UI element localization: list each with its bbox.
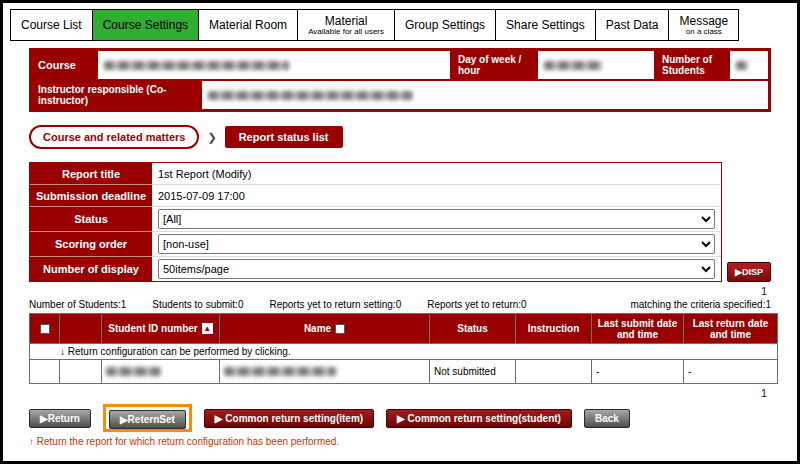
number-of-display-label: Number of display bbox=[30, 257, 152, 281]
last-submit-header: Last submit date and time bbox=[592, 314, 684, 344]
row-name-cell bbox=[220, 360, 430, 384]
status-select[interactable]: [All] bbox=[158, 209, 715, 229]
chevron-right-icon: ❯ bbox=[207, 131, 216, 144]
footer-button-row: ▶Return ▶ReternSet ▶ Common return setti… bbox=[29, 404, 771, 432]
tab-label: Past Data bbox=[606, 18, 659, 32]
submission-deadline-label: Submission deadline bbox=[30, 185, 152, 207]
name-header-checkbox-icon[interactable] bbox=[335, 324, 345, 334]
tab-label: Message bbox=[679, 14, 728, 28]
select-all-checkbox[interactable] bbox=[40, 324, 50, 334]
number-of-display-cell: 50items/page bbox=[152, 257, 721, 281]
submission-deadline-row: Submission deadline 2015-07-09 17:00 bbox=[30, 185, 721, 207]
row-status-cell: Not submitted bbox=[430, 360, 516, 384]
tab-label: Share Settings bbox=[506, 18, 585, 32]
course-related-matters-button[interactable]: Course and related matters bbox=[29, 125, 199, 149]
redacted-student-id bbox=[106, 367, 161, 376]
student-id-header: Student ID number▲ bbox=[102, 314, 220, 344]
tab-course-list[interactable]: Course List bbox=[10, 9, 93, 41]
sort-asc-icon[interactable]: ▲ bbox=[202, 323, 213, 334]
scoring-order-row: Scoring order [non-use] bbox=[30, 232, 721, 257]
tab-label: Material bbox=[308, 14, 384, 28]
report-status-list-button[interactable]: Report status list bbox=[225, 126, 343, 148]
redacted-student-count bbox=[736, 61, 748, 70]
row-student-id-cell bbox=[102, 360, 220, 384]
instructor-label: Instructor responsible (Co-instructor) bbox=[31, 80, 201, 110]
redacted-instructor-name bbox=[208, 91, 413, 100]
return-config-note: ↓ Return configuration can be performed … bbox=[30, 344, 778, 360]
stat-reports-yet-return-setting: Reports yet to return setting:0 bbox=[269, 299, 401, 310]
stat-reports-yet-return: Reports yet to return:0 bbox=[427, 299, 527, 310]
row-instruction-cell bbox=[516, 360, 592, 384]
app-window: Course List Course Settings Material Roo… bbox=[0, 0, 800, 464]
table-row[interactable]: Not submitted - - bbox=[30, 360, 778, 384]
tab-share-settings[interactable]: Share Settings bbox=[495, 9, 596, 41]
number-of-display-select[interactable]: 50items/page bbox=[158, 259, 715, 279]
highlight-box: ▶ReternSet bbox=[103, 404, 192, 432]
pagination-bottom: 1 bbox=[3, 387, 767, 399]
table-header-row: Student ID number▲ Name Status Instructi… bbox=[30, 314, 778, 344]
tab-course-settings[interactable]: Course Settings bbox=[92, 9, 199, 41]
table-note-row: ↓ Return configuration can be performed … bbox=[30, 344, 778, 360]
instructor-row: Instructor responsible (Co-instructor) bbox=[31, 80, 769, 110]
row-last-submit-cell: - bbox=[592, 360, 684, 384]
tab-label: Material Room bbox=[209, 18, 287, 32]
status-label: Status bbox=[30, 207, 152, 232]
instructor-cell bbox=[201, 80, 769, 110]
report-form-area: Report title 1st Report (Modify) Submiss… bbox=[29, 162, 771, 282]
number-of-display-row: Number of display 50items/page bbox=[30, 257, 721, 281]
day-of-week-label: Day of week / hour bbox=[451, 50, 537, 80]
tab-bar: Course List Course Settings Material Roo… bbox=[3, 3, 797, 41]
redacted-course-name bbox=[104, 61, 289, 70]
empty-header bbox=[60, 314, 102, 344]
stat-matching-criteria: matching the criteria specified:1 bbox=[630, 299, 771, 310]
student-id-header-label: Student ID number bbox=[108, 323, 197, 334]
course-info-row: Course Day of week / hour Number of Stud… bbox=[31, 50, 769, 80]
redacted-day-value bbox=[544, 61, 602, 70]
tab-sublabel: on a class bbox=[679, 28, 728, 36]
scoring-order-select[interactable]: [non-use] bbox=[158, 234, 715, 254]
report-title-row: Report title 1st Report (Modify) bbox=[30, 163, 721, 185]
number-of-students-label: Number of Students bbox=[655, 50, 729, 80]
name-header: Name bbox=[220, 314, 430, 344]
breadcrumb: Course and related matters ❯ Report stat… bbox=[29, 125, 797, 149]
row-last-return-cell: - bbox=[684, 360, 778, 384]
footer-note: ↑ Return the report for which return con… bbox=[29, 436, 797, 447]
report-form-table: Report title 1st Report (Modify) Submiss… bbox=[29, 162, 722, 282]
course-info-table: Course Day of week / hour Number of Stud… bbox=[29, 48, 771, 112]
submission-deadline-value: 2015-07-09 17:00 bbox=[152, 185, 721, 207]
page-link-1[interactable]: 1 bbox=[761, 285, 767, 297]
report-status-table: Student ID number▲ Name Status Instructi… bbox=[29, 313, 778, 384]
tab-material[interactable]: Material Available for all users bbox=[297, 9, 395, 41]
tab-label: Course List bbox=[21, 18, 82, 32]
stats-row: Number of Students:1 Students to submit:… bbox=[29, 299, 771, 310]
tab-label: Course Settings bbox=[103, 18, 188, 32]
return-button[interactable]: ▶Return bbox=[29, 409, 91, 428]
course-name-cell bbox=[97, 50, 451, 80]
report-title-label: Report title bbox=[30, 163, 152, 185]
stat-students-to-submit: Students to submit:0 bbox=[152, 299, 243, 310]
status-row: Status [All] bbox=[30, 207, 721, 232]
status-header: Status bbox=[430, 314, 516, 344]
row-checkbox-cell[interactable] bbox=[30, 360, 60, 384]
last-return-header: Last return date and time bbox=[684, 314, 778, 344]
page-link-1-bottom[interactable]: 1 bbox=[761, 387, 767, 399]
day-of-week-cell bbox=[537, 50, 655, 80]
common-return-setting-item-button[interactable]: ▶ Common return setting(item) bbox=[204, 409, 374, 428]
disp-button[interactable]: ▶DISP bbox=[727, 262, 771, 282]
back-button[interactable]: Back bbox=[584, 409, 630, 428]
retern-set-button[interactable]: ▶ReternSet bbox=[109, 410, 186, 429]
name-header-label: Name bbox=[304, 323, 331, 334]
status-cell: [All] bbox=[152, 207, 721, 232]
tab-material-room[interactable]: Material Room bbox=[198, 9, 298, 41]
tab-group-settings[interactable]: Group Settings bbox=[394, 9, 496, 41]
scoring-order-label: Scoring order bbox=[30, 232, 152, 257]
common-return-setting-student-button[interactable]: ▶ Common return setting(student) bbox=[386, 409, 572, 428]
number-of-students-cell bbox=[729, 50, 769, 80]
stat-number-of-students: Number of Students:1 bbox=[29, 299, 126, 310]
tab-past-data[interactable]: Past Data bbox=[595, 9, 670, 41]
redacted-student-name bbox=[224, 367, 336, 376]
course-label: Course bbox=[31, 50, 97, 80]
tab-message[interactable]: Message on a class bbox=[668, 9, 739, 41]
tab-sublabel: Available for all users bbox=[308, 28, 384, 36]
report-title-value: 1st Report (Modify) bbox=[152, 163, 721, 185]
